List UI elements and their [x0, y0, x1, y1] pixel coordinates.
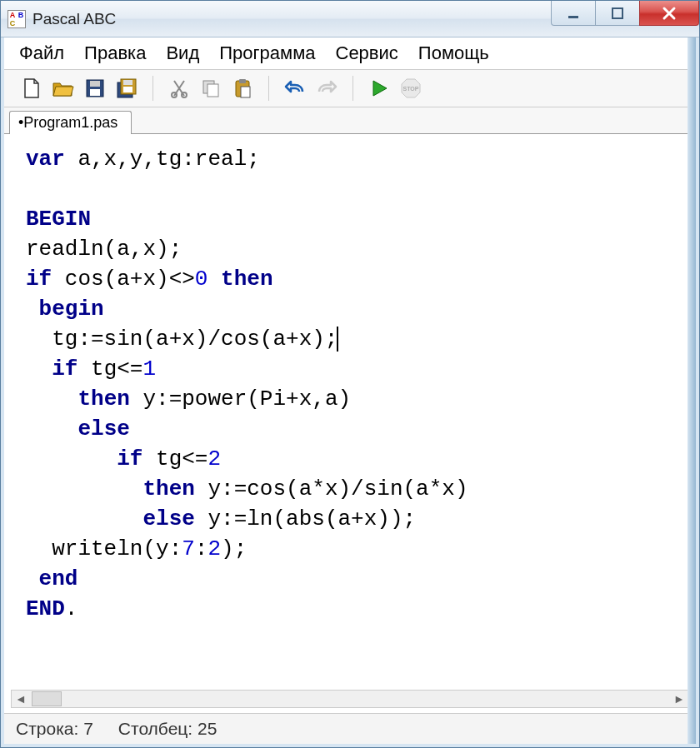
code-keyword: else: [142, 506, 194, 531]
menu-program[interactable]: Программа: [219, 42, 315, 64]
tab-program1[interactable]: •Program1.pas: [9, 111, 132, 134]
window-controls: [552, 1, 699, 27]
code-text: y:=ln(abs(a+x));: [195, 506, 416, 531]
menu-service[interactable]: Сервис: [336, 42, 398, 64]
status-col-label: Столбец:: [118, 719, 192, 739]
app-icon: ABC: [8, 10, 26, 28]
cut-icon: [169, 78, 189, 98]
code-number: 7: [182, 536, 195, 561]
window-border-right: [688, 37, 696, 744]
maximize-icon: [611, 7, 624, 20]
code-text: cos(a+x)<>: [52, 267, 195, 292]
code-text: [26, 506, 142, 531]
minimize-button[interactable]: [551, 1, 596, 26]
svg-rect-0: [568, 16, 578, 18]
save-all-button[interactable]: [112, 74, 141, 102]
menu-edit[interactable]: Правка: [84, 42, 146, 64]
code-text: :: [195, 536, 208, 561]
code-keyword: begin: [26, 297, 104, 322]
paste-icon: [232, 78, 252, 98]
scroll-left-icon[interactable]: ◄: [12, 691, 30, 707]
maximize-button[interactable]: [595, 1, 640, 26]
code-keyword: then: [78, 386, 129, 411]
window-title: Pascal ABC: [32, 10, 116, 28]
tab-bar: •Program1.pas: [4, 107, 696, 134]
status-col-value: 25: [198, 719, 217, 739]
code-editor[interactable]: var a,x,y,tg:real; BEGIN readln(a,x); if…: [11, 141, 689, 706]
menubar: Файл Правка Вид Программа Сервис Помощь: [4, 37, 696, 70]
toolbar-separator: [352, 76, 353, 101]
menu-view[interactable]: Вид: [166, 42, 199, 64]
client-area: Файл Правка Вид Программа Сервис Помощь: [1, 37, 699, 747]
undo-icon: [284, 80, 306, 97]
toolbar-separator: [268, 76, 269, 101]
code-text: [26, 386, 78, 411]
code-text: [26, 416, 78, 441]
horizontal-scrollbar[interactable]: ◄ ►: [11, 690, 689, 708]
svg-rect-1: [612, 8, 622, 18]
save-all-icon: [116, 77, 138, 99]
copy-icon: [201, 78, 221, 98]
code-keyword: if: [52, 357, 78, 381]
run-button[interactable]: [365, 74, 393, 102]
toolbar: STOP: [4, 70, 696, 107]
cut-button[interactable]: [165, 74, 193, 102]
code-keyword: end: [26, 566, 78, 591]
menu-file[interactable]: Файл: [19, 42, 64, 64]
code-text: [208, 267, 221, 292]
new-file-button[interactable]: [18, 74, 46, 102]
code-text: a,x,y,tg:real;: [65, 147, 260, 172]
close-button[interactable]: [639, 1, 699, 26]
svg-rect-8: [123, 87, 132, 92]
code-keyword: if: [26, 267, 52, 292]
paste-button[interactable]: [228, 74, 257, 102]
code-number: 2: [208, 446, 221, 471]
code-keyword: then: [221, 267, 272, 292]
menu-help[interactable]: Помощь: [418, 42, 489, 64]
code-text: y:=power(Pi+x,a): [130, 386, 351, 411]
code-keyword: END: [26, 596, 65, 621]
editor-area: var a,x,y,tg:real; BEGIN readln(a,x); if…: [4, 134, 696, 713]
code-text: tg:=sin(a+x)/cos(a+x);: [26, 327, 338, 352]
svg-rect-12: [208, 84, 218, 97]
titlebar[interactable]: ABC Pascal ABC: [1, 1, 699, 37]
code-keyword: var: [26, 147, 65, 172]
redo-button[interactable]: [312, 74, 341, 102]
new-file-icon: [22, 77, 42, 99]
code-text: tg<=: [78, 357, 142, 381]
statusbar: Строка: 7 Столбец: 25: [4, 713, 696, 744]
code-text: readln(a,x);: [26, 237, 182, 262]
svg-rect-7: [123, 80, 132, 85]
redo-icon: [316, 80, 338, 97]
code-text: [26, 357, 52, 381]
save-button[interactable]: [81, 74, 109, 102]
minimize-icon: [567, 7, 580, 20]
scroll-right-icon[interactable]: ►: [670, 691, 688, 707]
stop-button[interactable]: STOP: [397, 74, 425, 102]
code-number: 1: [142, 357, 156, 381]
status-row-value: 7: [83, 719, 93, 739]
open-folder-icon: [52, 78, 75, 98]
code-keyword: BEGIN: [26, 207, 91, 232]
close-icon: [662, 6, 677, 21]
svg-rect-15: [241, 87, 250, 97]
open-button[interactable]: [49, 74, 78, 102]
code-text: tg<=: [142, 446, 208, 471]
svg-rect-4: [90, 89, 100, 96]
svg-rect-14: [239, 79, 246, 83]
save-icon: [85, 78, 105, 98]
run-icon: [370, 78, 388, 98]
status-row-label: Строка:: [16, 719, 78, 739]
stop-icon: STOP: [400, 77, 422, 99]
code-text: [26, 476, 142, 501]
code-text: y:=cos(a*x)/sin(a*x): [195, 476, 468, 501]
code-keyword: else: [78, 416, 129, 441]
scrollbar-thumb[interactable]: [32, 691, 62, 706]
undo-button[interactable]: [281, 74, 309, 102]
code-text: );: [221, 536, 247, 561]
svg-text:STOP: STOP: [403, 86, 419, 92]
application-window: ABC Pascal ABC Файл Правка Вид Программа…: [0, 0, 700, 748]
code-keyword: then: [142, 476, 194, 501]
code-text: writeln(y:: [26, 536, 182, 561]
copy-button[interactable]: [197, 74, 225, 102]
